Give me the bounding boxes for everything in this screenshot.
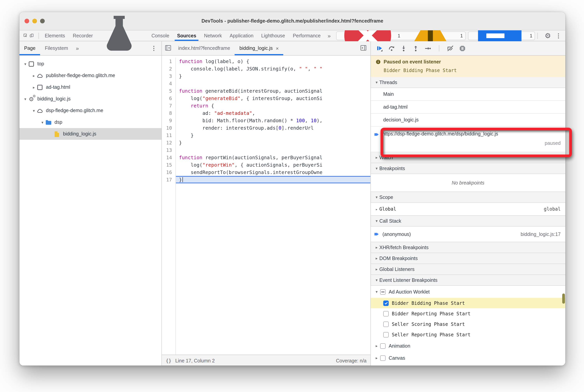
chevron-down-icon[interactable]: ▾ [31, 108, 36, 113]
step-icon[interactable] [425, 45, 431, 52]
tab-lighthouse[interactable]: Lighthouse [257, 30, 289, 41]
checkbox-animation[interactable] [380, 343, 386, 348]
line-number[interactable]: 7 [162, 102, 176, 110]
tab-nav-left-icon[interactable] [165, 44, 172, 52]
checkbox-bidder-reporting-phase-start[interactable] [383, 311, 389, 316]
chevron-right-icon[interactable]: ▸ [374, 356, 379, 360]
tree-item-dsp[interactable]: ▾dsp [19, 116, 161, 128]
chevron-down-icon[interactable]: ▾ [374, 290, 379, 294]
section-header-xhr-fetch-breakpoints[interactable]: ▸XHR/fetch Breakpoints [371, 242, 565, 253]
checkbox-seller-scoring-phase-start[interactable] [383, 321, 389, 327]
tree-item-dsp-fledge-demo-glitch-me[interactable]: ▾dsp-fledge-demo.glitch.me [19, 105, 161, 116]
breakpoint-category-animation[interactable]: ▸Animation [371, 340, 565, 352]
execution-arrow-icon [374, 132, 380, 138]
resume-icon[interactable] [376, 45, 383, 52]
line-number[interactable]: 3 [162, 72, 176, 80]
chevron-right-icon[interactable]: ▸ [31, 74, 36, 78]
line-number[interactable]: 6 [162, 94, 176, 102]
issues-badge[interactable]: 11 [336, 31, 466, 40]
section-header-global-listeners[interactable]: ▸Global Listeners [371, 264, 565, 275]
section-header-call-stack[interactable]: ▾Call Stack [371, 215, 565, 226]
code-text: function reportWin(auctionSignals, perBu… [176, 154, 370, 161]
tab-nav-right-icon[interactable] [360, 44, 368, 52]
line-number[interactable]: 16 [162, 168, 176, 176]
tab-console[interactable]: Console [147, 30, 173, 41]
line-number[interactable]: 5 [162, 87, 176, 94]
chevron-right-icon[interactable]: ▸ [31, 85, 36, 89]
section-header-dom-breakpoints[interactable]: ▸DOM Breakpoints [371, 253, 565, 264]
line-number[interactable]: 15 [162, 161, 176, 168]
tree-item-top[interactable]: ▾top [19, 58, 161, 70]
step-into-icon[interactable] [400, 45, 407, 52]
chevron-down-icon[interactable]: ▾ [22, 97, 28, 101]
scrollbar-thumb[interactable] [562, 294, 565, 304]
thread-item-current[interactable]: https://dsp-fledge-demo.glitch.me/dsp/bi… [371, 126, 565, 152]
tab-sources[interactable]: Sources [173, 30, 200, 41]
breakpoint-bidder-reporting-phase-start[interactable]: Bidder Reporting Phase Start [371, 308, 565, 319]
tree-item-ad-tag-html[interactable]: ▸ad-tag.html [19, 81, 161, 93]
line-number[interactable]: 17 [162, 176, 176, 183]
breakpoint-seller-scoring-phase-start[interactable]: Seller Scoring Phase Start [371, 319, 565, 329]
breakpoint-seller-reporting-phase-start[interactable]: Seller Reporting Phase Start [371, 329, 565, 340]
checkbox-seller-reporting-phase-start[interactable] [383, 332, 389, 337]
line-number[interactable]: 9 [162, 117, 176, 124]
checkbox-canvas[interactable] [380, 355, 386, 361]
pretty-print-button[interactable]: {} [166, 358, 171, 364]
line-number[interactable]: 2 [162, 65, 176, 72]
more-tabs-button[interactable]: » [325, 32, 334, 39]
breakpoint-bidder-bidding-phase-start[interactable]: Bidder Bidding Phase Start [371, 298, 565, 308]
line-number[interactable]: 4 [162, 80, 176, 87]
editor-tab-bidding-logic-js[interactable]: bidding_logic.js× [235, 41, 283, 55]
deactivate-breakpoints-icon[interactable] [447, 45, 454, 52]
tab-performance[interactable]: Performance [289, 30, 325, 41]
step-over-icon[interactable] [388, 45, 395, 52]
thread-item-decision-logic-js[interactable]: decision_logic.js [371, 114, 565, 126]
sidebar-tab-filesystem[interactable]: Filesystem [40, 41, 72, 55]
chevron-right-icon[interactable]: ▸ [374, 344, 379, 348]
tree-item-publisher-fledge-demo-glitch-me[interactable]: ▸publisher-fledge-demo.glitch.me [19, 70, 161, 81]
tree-item-bidding-logic-js[interactable]: ▾⚙⚙bidding_logic.js [19, 93, 161, 105]
editor-tab-index-html-fencedframe[interactable]: index.html?fencedframe [173, 41, 235, 55]
chevron-down-icon[interactable]: ▾ [40, 120, 45, 124]
pause-on-exceptions-icon[interactable] [459, 45, 466, 52]
tab-elements[interactable]: Elements [41, 30, 69, 41]
section-header-event-listener-breakpoints[interactable]: ▾Event Listener Breakpoints [371, 274, 565, 286]
breakpoint-category-canvas[interactable]: ▸Canvas [371, 352, 565, 364]
line-number[interactable]: 8 [162, 110, 176, 117]
scope-global-row[interactable]: ▸Globalglobal [371, 203, 565, 216]
section-header-threads[interactable]: ▾Threads [371, 77, 565, 88]
line-number[interactable]: 12 [162, 139, 176, 146]
callstack-frame[interactable]: (anonymous)bidding_logic.js:17 [371, 226, 565, 242]
line-number[interactable]: 10 [162, 124, 176, 132]
close-icon[interactable]: × [276, 45, 279, 51]
thread-item-ad-tag-html[interactable]: ad-tag.html [371, 101, 565, 114]
tab-application[interactable]: Application [226, 30, 257, 41]
line-number[interactable]: 1 [162, 58, 176, 65]
section-header-watch[interactable]: ▸Watch [371, 152, 565, 163]
code-editor[interactable]: 1function log(label, o) {2 console.log(l… [162, 56, 370, 355]
chevron-right-icon: ▸ [374, 155, 379, 160]
chevron-right-icon: ▸ [374, 267, 379, 271]
line-number[interactable]: 14 [162, 154, 176, 161]
inspect-button[interactable] [23, 32, 27, 40]
tab-network[interactable]: Network [200, 30, 226, 41]
chevron-down-icon[interactable]: ▾ [22, 62, 28, 66]
section-header-scope[interactable]: ▾Scope [371, 192, 565, 203]
device-toolbar-button[interactable] [30, 32, 34, 40]
kebab-menu-icon[interactable]: ⋮ [556, 32, 562, 39]
sidebar-tab-page[interactable]: Page [19, 41, 40, 55]
sidebar-more-tabs-button[interactable]: » [73, 45, 82, 52]
step-out-icon[interactable] [412, 45, 419, 52]
checkbox-ad-auction-worklet[interactable] [380, 289, 386, 294]
checkbox-bidder-bidding-phase-start[interactable] [383, 300, 389, 306]
breakpoint-category-ad-auction-worklet[interactable]: ▾Ad Auction Worklet [371, 286, 565, 298]
gear-icon[interactable]: ⚙ [545, 32, 551, 39]
line-number[interactable]: 11 [162, 132, 176, 139]
tab-recorder[interactable]: Recorder [69, 30, 147, 41]
line-number[interactable]: 13 [162, 146, 176, 154]
sidebar-kebab-menu-icon[interactable]: ⋮ [151, 45, 157, 52]
tree-item-bidding-logic-js[interactable]: bidding_logic.js [19, 128, 161, 140]
section-header-breakpoints[interactable]: ▾Breakpoints [371, 163, 565, 174]
thread-item-main[interactable]: Main [371, 88, 565, 101]
messages-badge[interactable]: 1 [468, 31, 535, 40]
